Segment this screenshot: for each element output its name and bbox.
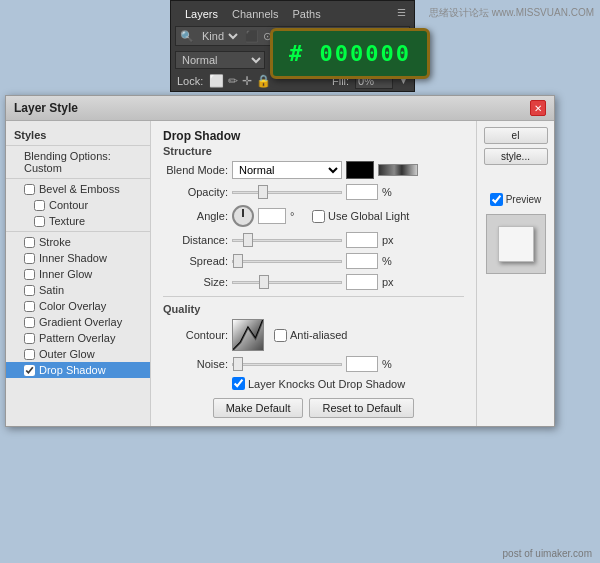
sidebar-item-texture[interactable]: Texture (6, 213, 150, 229)
color-value-text: # 000000 (289, 41, 411, 66)
sidebar-item-inner-glow[interactable]: Inner Glow (6, 266, 150, 282)
inner-glow-label: Inner Glow (39, 268, 92, 280)
sidebar-item-outer-glow[interactable]: Outer Glow (6, 346, 150, 362)
anti-aliased-label[interactable]: Anti-aliased (274, 329, 347, 342)
cancel-button[interactable]: style... (484, 148, 548, 165)
layer-knocks-row: Layer Knocks Out Drop Shadow (163, 377, 464, 390)
blending-label: Blending Options: Custom (24, 150, 142, 174)
spread-unit: % (382, 255, 400, 267)
pattern-overlay-label: Pattern Overlay (39, 332, 115, 344)
noise-row: Noise: 0 % (163, 356, 464, 372)
sidebar-item-inner-shadow[interactable]: Inner Shadow (6, 250, 150, 266)
preview-box (486, 214, 546, 274)
sidebar-item-satin[interactable]: Satin (6, 282, 150, 298)
opacity-slider[interactable] (232, 191, 342, 194)
size-row: Size: 8 px (163, 274, 464, 290)
sidebar-item-blending[interactable]: Blending Options: Custom (6, 148, 150, 176)
size-slider[interactable] (232, 281, 342, 284)
dialog-right-panel: el style... Preview (476, 121, 554, 426)
angle-needle (242, 209, 244, 217)
outer-glow-checkbox[interactable] (24, 349, 35, 360)
stroke-checkbox[interactable] (24, 237, 35, 248)
spread-label: Spread: (163, 255, 228, 267)
dialog-main: Drop Shadow Structure Blend Mode: Normal… (151, 121, 476, 426)
lock-all-icon[interactable]: 🔒 (256, 74, 271, 88)
inner-shadow-checkbox[interactable] (24, 253, 35, 264)
noise-label: Noise: (163, 358, 228, 370)
preview-inner-box (498, 226, 534, 262)
distance-slider[interactable] (232, 239, 342, 242)
sidebar-item-stroke[interactable]: Stroke (6, 234, 150, 250)
texture-checkbox[interactable] (34, 216, 45, 227)
tab-layers[interactable]: Layers (181, 5, 222, 23)
distance-value-input[interactable]: 3 (346, 232, 378, 248)
buttons-section: Make Default Reset to Default (163, 398, 464, 418)
color-swatch[interactable] (346, 161, 374, 179)
blend-mode-select[interactable]: Normal (175, 51, 265, 69)
layers-tab-bar: Layers Channels Paths ☰ (171, 1, 414, 23)
contour-form-label: Contour: (163, 329, 228, 341)
use-global-light-checkbox[interactable] (312, 210, 325, 223)
sidebar-item-color-overlay[interactable]: Color Overlay (6, 298, 150, 314)
dialog-close-button[interactable]: ✕ (530, 100, 546, 116)
angle-row: Angle: 90 ° Use Global Light (163, 205, 464, 227)
lock-image-icon[interactable]: ✏ (228, 74, 238, 88)
layers-menu-icon[interactable]: ☰ (397, 7, 410, 18)
sidebar-item-gradient-overlay[interactable]: Gradient Overlay (6, 314, 150, 330)
blend-mode-dropdown[interactable]: Normal (232, 161, 342, 179)
size-value-input[interactable]: 8 (346, 274, 378, 290)
contour-checkbox[interactable] (34, 200, 45, 211)
noise-slider-container (232, 357, 342, 371)
color-overlay-checkbox[interactable] (24, 301, 35, 312)
use-global-light-text: Use Global Light (328, 210, 409, 222)
dialog-titlebar: Layer Style ✕ (6, 96, 554, 121)
layer-knocks-label[interactable]: Layer Knocks Out Drop Shadow (232, 377, 405, 390)
preview-checkbox[interactable] (490, 193, 503, 206)
gradient-overlay-checkbox[interactable] (24, 317, 35, 328)
angle-dial[interactable] (232, 205, 254, 227)
angle-value-input[interactable]: 90 (258, 208, 286, 224)
sidebar-item-pattern-overlay[interactable]: Pattern Overlay (6, 330, 150, 346)
sidebar-item-contour[interactable]: Contour (6, 197, 150, 213)
size-label: Size: (163, 276, 228, 288)
drop-shadow-checkbox[interactable] (24, 365, 35, 376)
make-default-button[interactable]: Make Default (213, 398, 304, 418)
reset-default-button[interactable]: Reset to Default (309, 398, 414, 418)
spread-value-input[interactable]: 0 (346, 253, 378, 269)
preview-label[interactable]: Preview (490, 193, 542, 206)
distance-unit: px (382, 234, 400, 246)
satin-checkbox[interactable] (24, 285, 35, 296)
distance-row: Distance: 3 px (163, 232, 464, 248)
stroke-label: Stroke (39, 236, 71, 248)
layer-knocks-text: Layer Knocks Out Drop Shadow (248, 378, 405, 390)
sidebar-item-drop-shadow[interactable]: Drop Shadow (6, 362, 150, 378)
lock-position-icon[interactable]: ✛ (242, 74, 252, 88)
sidebar-item-bevel[interactable]: Bevel & Emboss (6, 181, 150, 197)
noise-value-input[interactable]: 0 (346, 356, 378, 372)
distance-label: Distance: (163, 234, 228, 246)
bevel-checkbox[interactable] (24, 184, 35, 195)
sidebar-styles-label[interactable]: Styles (6, 127, 150, 143)
outer-glow-label: Outer Glow (39, 348, 95, 360)
use-global-light-label[interactable]: Use Global Light (312, 210, 409, 223)
kind-select[interactable]: Kind (198, 29, 241, 43)
inner-glow-checkbox[interactable] (24, 269, 35, 280)
noise-slider[interactable] (232, 363, 342, 366)
spread-slider[interactable] (232, 260, 342, 263)
angle-label: Angle: (163, 210, 228, 222)
section-subtitle: Structure (163, 145, 464, 157)
ok-button[interactable]: el (484, 127, 548, 144)
size-unit: px (382, 276, 400, 288)
preview-text: Preview (506, 194, 542, 205)
contour-label: Contour (49, 199, 88, 211)
opacity-row: Opacity: 25 % (163, 184, 464, 200)
contour-thumbnail[interactable] (232, 319, 264, 351)
tab-channels[interactable]: Channels (228, 5, 282, 23)
pattern-overlay-checkbox[interactable] (24, 333, 35, 344)
anti-aliased-checkbox[interactable] (274, 329, 287, 342)
tab-paths[interactable]: Paths (289, 5, 325, 23)
layer-knocks-checkbox[interactable] (232, 377, 245, 390)
lock-transparent-icon[interactable]: ⬜ (209, 74, 224, 88)
opacity-form-label: Opacity: (163, 186, 228, 198)
opacity-value-input[interactable]: 25 (346, 184, 378, 200)
